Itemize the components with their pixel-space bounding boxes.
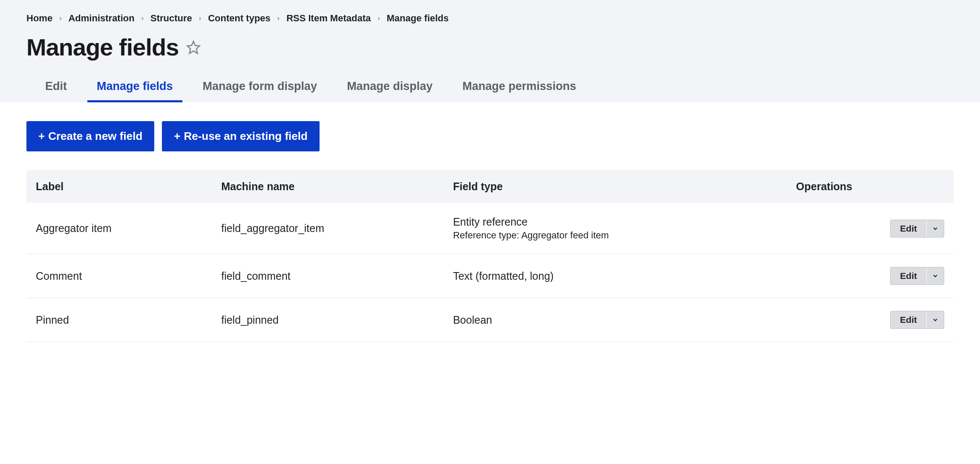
operations-toggle[interactable] <box>927 267 944 284</box>
field-machine-name: field_aggregator_item <box>212 203 444 254</box>
breadcrumb-link-structure[interactable]: Structure <box>150 13 192 24</box>
chevron-right-icon: › <box>199 14 201 22</box>
chevron-down-icon <box>932 273 939 279</box>
tab-manage-fields[interactable]: Manage fields <box>97 75 173 102</box>
breadcrumb: Home › Administration › Structure › Cont… <box>26 13 954 24</box>
breadcrumb-current: Manage fields <box>387 13 449 24</box>
breadcrumb-link-administration[interactable]: Administration <box>68 13 134 24</box>
table-row: Commentfield_commentText (formatted, lon… <box>26 254 954 298</box>
table-row: Aggregator itemfield_aggregator_itemEnti… <box>26 203 954 254</box>
field-operations: Edit <box>787 203 954 254</box>
field-operations: Edit <box>787 254 954 298</box>
tab-manage-permissions[interactable]: Manage permissions <box>462 75 576 102</box>
plus-icon: + <box>38 130 45 143</box>
breadcrumb-link-rss-item-metadata[interactable]: RSS Item Metadata <box>286 13 371 24</box>
operations-toggle[interactable] <box>927 220 944 237</box>
plus-icon: + <box>174 130 180 143</box>
field-label: Pinned <box>26 298 212 342</box>
field-label: Aggregator item <box>26 203 212 254</box>
column-header-label: Label <box>26 170 212 203</box>
chevron-down-icon <box>932 225 939 232</box>
chevron-down-icon <box>932 316 939 323</box>
column-header-operations: Operations <box>787 170 954 203</box>
fields-table: Label Machine name Field type Operations… <box>26 170 954 342</box>
operations-dropbutton: Edit <box>890 311 944 329</box>
breadcrumb-link-content-types[interactable]: Content types <box>208 13 271 24</box>
tab-manage-display[interactable]: Manage display <box>347 75 432 102</box>
chevron-right-icon: › <box>141 14 144 22</box>
field-type: Boolean <box>444 298 787 342</box>
column-header-field-type: Field type <box>444 170 787 203</box>
edit-button[interactable]: Edit <box>891 311 927 328</box>
tab-edit[interactable]: Edit <box>45 75 67 102</box>
table-row: Pinnedfield_pinnedBooleanEdit <box>26 298 954 342</box>
operations-dropbutton: Edit <box>890 267 944 285</box>
chevron-right-icon: › <box>59 14 61 22</box>
operations-toggle[interactable] <box>927 311 944 328</box>
tab-manage-form-display[interactable]: Manage form display <box>203 75 317 102</box>
edit-button[interactable]: Edit <box>891 220 927 237</box>
field-type: Text (formatted, long) <box>444 254 787 298</box>
operations-dropbutton: Edit <box>890 220 944 238</box>
reuse-existing-field-button[interactable]: + Re-use an existing field <box>162 121 320 151</box>
svg-marker-0 <box>187 41 199 53</box>
tabs: Edit Manage fields Manage form display M… <box>26 75 954 102</box>
edit-button[interactable]: Edit <box>891 267 927 284</box>
create-new-field-button[interactable]: + Create a new field <box>26 121 154 151</box>
field-label: Comment <box>26 254 212 298</box>
field-operations: Edit <box>787 298 954 342</box>
page-title: Manage fields <box>26 33 179 61</box>
star-icon[interactable] <box>186 40 201 55</box>
column-header-machine-name: Machine name <box>212 170 444 203</box>
create-new-field-label: Create a new field <box>48 130 142 143</box>
reuse-existing-field-label: Re-use an existing field <box>184 130 307 143</box>
chevron-right-icon: › <box>378 14 380 22</box>
field-type: Entity referenceReference type: Aggregat… <box>444 203 787 254</box>
field-machine-name: field_comment <box>212 254 444 298</box>
chevron-right-icon: › <box>277 14 280 22</box>
breadcrumb-link-home[interactable]: Home <box>26 13 52 24</box>
field-machine-name: field_pinned <box>212 298 444 342</box>
field-type-subtext: Reference type: Aggregator feed item <box>453 230 777 241</box>
